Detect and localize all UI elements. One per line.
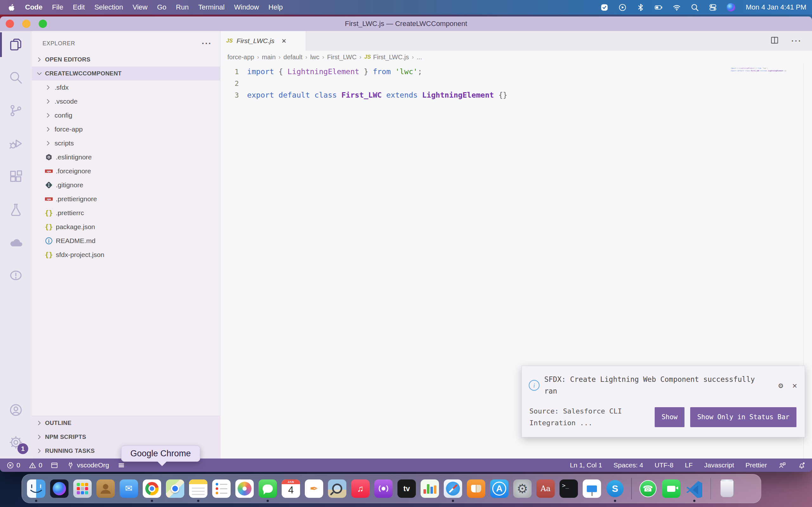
status-menu-lines[interactable] [117,461,125,469]
dock-contacts-icon[interactable] [96,480,115,498]
activity-run-debug-icon[interactable] [7,134,25,153]
activity-alert-icon[interactable] [7,266,25,285]
folder-.vscode[interactable]: .vscode [32,95,220,108]
status-javascript[interactable]: Javascript [704,461,734,469]
dock-safari-icon[interactable] [444,480,462,498]
file-.eslintignore[interactable]: .eslintignore [32,150,220,164]
dock-trash-icon[interactable] [718,480,736,498]
breadcrumb-lwc[interactable]: lwc [310,54,319,61]
notification-close-icon[interactable]: ✕ [792,380,797,391]
file-.gitignore[interactable]: .gitignore [32,178,220,192]
notification-gear-icon[interactable]: ⚙ [778,380,783,391]
dock-music-icon[interactable]: ♫ [351,480,369,498]
control-center-icon[interactable] [709,3,717,12]
menu-window[interactable]: Window [229,0,264,14]
open-editors-section[interactable]: OPEN EDITORS [32,53,220,66]
menu-code[interactable]: Code [20,0,47,14]
sidebar-more-actions-icon[interactable]: ··· [202,39,212,49]
status-bell-icon[interactable] [798,461,806,469]
file-README.md[interactable]: README.md [32,234,220,248]
menu-terminal[interactable]: Terminal [194,0,229,14]
breadcrumb-First_LWC[interactable]: First_LWC [327,54,357,61]
bluetooth-icon[interactable] [636,3,645,12]
menu-selection[interactable]: Selection [90,0,128,14]
split-editor-icon[interactable] [770,36,779,46]
menu-view[interactable]: View [128,0,152,14]
dock-sysprefs-icon[interactable]: ⚙ [513,480,531,498]
title-bar[interactable]: First_LWC.js — CreateLWCComponent [0,16,812,31]
breadcrumb-First_LWC.js[interactable]: JSFirst_LWC.js [364,54,409,61]
dock-appletv-icon[interactable]: tv [397,480,416,498]
activity-testing-icon[interactable] [7,200,25,219]
dock-skype-icon[interactable]: S [606,480,624,498]
folder-.sfdx[interactable]: .sfdx [32,80,220,95]
menu-file[interactable]: File [47,0,68,14]
show-button[interactable]: Show [655,407,685,427]
breadcrumb-force-app[interactable]: force-app [227,54,254,61]
battery-icon[interactable] [654,3,663,12]
folder-scripts[interactable]: scripts [32,136,220,150]
code-line-2[interactable]: 2 [220,78,812,89]
dock-mail-icon[interactable]: ✉ [119,480,138,498]
tab-close-icon[interactable]: ✕ [281,38,287,45]
section-outline[interactable]: OUTLINE [32,416,220,430]
account-icon[interactable] [7,401,25,419]
apple-icon[interactable] [8,3,16,11]
menu-run[interactable]: Run [171,0,194,14]
activity-source-control-icon[interactable] [7,101,25,120]
dock-pages-icon[interactable]: ✒ [305,480,323,498]
activity-cloud-icon[interactable] [7,233,25,251]
file-package.json[interactable]: {}package.json [32,220,220,234]
settings-gear-icon[interactable]: 1 [7,433,25,452]
dock-appstore-icon[interactable]: A [490,480,508,498]
dock-terminal-icon[interactable]: >_ [560,480,578,498]
dock-books-icon[interactable] [467,480,485,498]
breadcrumb-...[interactable]: ... [417,54,422,61]
activity-search-icon[interactable] [7,68,25,87]
file-sfdx-project.json[interactable]: {}sfdx-project.json [32,248,220,262]
minimize-window-button[interactable] [22,20,31,28]
dock-preview-icon[interactable] [328,480,346,498]
status-ln-1-col-1[interactable]: Ln 1, Col 1 [570,461,602,469]
minimap[interactable]: import { LightningElement } from 'lwc';e… [731,67,781,72]
dock-podcasts-icon[interactable] [374,480,393,498]
project-root-section[interactable]: CREATELWCCOMPONENT [32,66,220,80]
close-window-button[interactable] [6,20,14,28]
menu-go[interactable]: Go [152,0,171,14]
dock-notes-icon[interactable] [189,480,207,498]
dock-calendar-icon[interactable]: JAN4 [282,480,300,498]
file-.prettierignore[interactable]: npm.prettierignore [32,192,220,206]
dock-whatsapp-icon[interactable]: ☎ [639,480,657,498]
zoom-window-button[interactable] [39,20,47,28]
dock-facetime-icon[interactable] [662,480,680,498]
dock-keynote-icon[interactable] [583,480,601,498]
dock-numbers-icon[interactable] [420,480,439,498]
dock-launchpad-icon[interactable] [73,480,92,498]
activity-files-icon[interactable] [7,36,25,54]
check-square-icon[interactable] [600,3,609,12]
menu-clock[interactable]: Mon 4 Jan 4:41 PM [746,3,806,11]
spotlight-icon[interactable] [691,3,699,12]
dock-finder-icon[interactable] [27,480,45,498]
code-line-3[interactable]: 3export default class First_LWC extends … [220,89,812,101]
dock-reminders-icon[interactable] [212,480,231,498]
status-lf[interactable]: LF [685,461,693,469]
play-circle-icon[interactable] [618,3,627,12]
dock-messages-icon[interactable] [258,480,277,498]
status-window[interactable] [50,461,58,469]
status-error-circle-0[interactable]: 0 [6,461,20,469]
dock-maps-icon[interactable] [166,480,184,498]
dock-chrome-icon[interactable] [143,480,161,498]
siri-icon[interactable] [727,3,735,11]
breadcrumb-default[interactable]: default [284,54,303,61]
menu-help[interactable]: Help [264,0,287,14]
status-spaces-4[interactable]: Spaces: 4 [613,461,643,469]
status-utf-8[interactable]: UTF-8 [655,461,674,469]
show-only-in-status-bar-button[interactable]: Show Only in Status Bar [690,407,797,427]
file-.prettierrc[interactable]: {}.prettierrc [32,206,220,220]
dock-siri-icon[interactable] [50,480,68,498]
dock-vscode-icon[interactable] [685,480,704,498]
status-prettier[interactable]: Prettier [745,461,767,469]
activity-extensions-icon[interactable] [7,167,25,186]
dock-photos-icon[interactable] [235,480,254,498]
